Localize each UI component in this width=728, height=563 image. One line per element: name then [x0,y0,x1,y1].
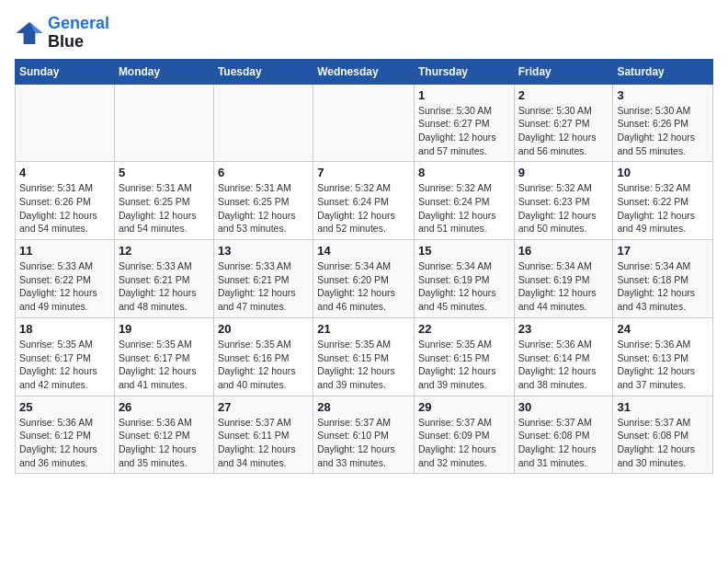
calendar-cell: 20 Sunrise: 5:35 AMSunset: 6:16 PMDaylig… [213,317,313,396]
calendar-cell: 17 Sunrise: 5:34 AMSunset: 6:18 PMDaylig… [613,240,713,318]
day-info: Sunrise: 5:33 AMSunset: 6:21 PMDaylight:… [218,259,309,314]
day-number: 28 [317,400,410,414]
day-info: Sunrise: 5:33 AMSunset: 6:21 PMDaylight:… [119,259,210,314]
calendar-cell: 5 Sunrise: 5:31 AMSunset: 6:25 PMDayligh… [114,162,213,240]
calendar-week-row: 25 Sunrise: 5:36 AMSunset: 6:12 PMDaylig… [16,396,713,474]
day-info: Sunrise: 5:37 AMSunset: 6:08 PMDaylight:… [518,416,609,470]
calendar-cell: 9 Sunrise: 5:32 AMSunset: 6:23 PMDayligh… [514,162,613,240]
calendar-week-row: 4 Sunrise: 5:31 AMSunset: 6:26 PMDayligh… [16,162,713,240]
calendar-cell: 6 Sunrise: 5:31 AMSunset: 6:25 PMDayligh… [213,162,313,240]
calendar-cell: 29 Sunrise: 5:37 AMSunset: 6:09 PMDaylig… [414,396,514,474]
day-number: 1 [418,88,510,102]
calendar-cell: 31 Sunrise: 5:37 AMSunset: 6:08 PMDaylig… [613,396,713,474]
day-number: 27 [218,400,309,414]
day-info: Sunrise: 5:34 AMSunset: 6:19 PMDaylight:… [418,259,510,314]
day-number: 25 [19,400,110,414]
day-number: 6 [218,166,309,179]
day-info: Sunrise: 5:37 AMSunset: 6:08 PMDaylight:… [617,416,709,470]
day-info: Sunrise: 5:32 AMSunset: 6:24 PMDaylight:… [418,181,510,236]
calendar-cell: 16 Sunrise: 5:34 AMSunset: 6:19 PMDaylig… [514,240,613,318]
day-number: 11 [19,244,110,258]
day-number: 12 [119,244,210,258]
day-info: Sunrise: 5:31 AMSunset: 6:25 PMDaylight:… [119,181,210,236]
day-of-week-header: Monday [114,59,213,84]
calendar-cell: 28 Sunrise: 5:37 AMSunset: 6:10 PMDaylig… [313,396,415,474]
page-header: General Blue [15,15,713,52]
day-info: Sunrise: 5:34 AMSunset: 6:20 PMDaylight:… [317,259,410,314]
calendar-week-row: 11 Sunrise: 5:33 AMSunset: 6:22 PMDaylig… [16,240,713,318]
day-of-week-header: Wednesday [313,59,415,84]
calendar-cell: 21 Sunrise: 5:35 AMSunset: 6:15 PMDaylig… [313,317,415,396]
day-number: 22 [418,322,510,336]
calendar-cell: 30 Sunrise: 5:37 AMSunset: 6:08 PMDaylig… [514,396,613,474]
day-number: 20 [218,322,309,336]
day-info: Sunrise: 5:34 AMSunset: 6:19 PMDaylight:… [518,259,609,314]
day-number: 13 [218,244,309,258]
logo: General Blue [15,15,109,52]
calendar-cell [313,84,415,162]
calendar-body: 1 Sunrise: 5:30 AMSunset: 6:27 PMDayligh… [16,84,713,474]
day-info: Sunrise: 5:34 AMSunset: 6:18 PMDaylight:… [617,259,709,314]
day-info: Sunrise: 5:36 AMSunset: 6:12 PMDaylight:… [119,416,210,470]
day-number: 16 [518,244,609,258]
calendar-cell: 12 Sunrise: 5:33 AMSunset: 6:21 PMDaylig… [114,240,213,318]
logo-text: General Blue [48,15,109,52]
day-info: Sunrise: 5:35 AMSunset: 6:17 PMDaylight:… [119,338,210,392]
day-info: Sunrise: 5:30 AMSunset: 6:27 PMDaylight:… [518,104,609,158]
day-number: 18 [19,322,110,336]
calendar-cell: 14 Sunrise: 5:34 AMSunset: 6:20 PMDaylig… [313,240,415,318]
day-number: 9 [518,166,609,179]
calendar-cell: 25 Sunrise: 5:36 AMSunset: 6:12 PMDaylig… [16,396,115,474]
calendar-cell: 3 Sunrise: 5:30 AMSunset: 6:26 PMDayligh… [613,84,713,162]
day-number: 8 [418,166,510,179]
day-info: Sunrise: 5:30 AMSunset: 6:27 PMDaylight:… [418,104,510,158]
calendar-table: SundayMondayTuesdayWednesdayThursdayFrid… [15,59,713,475]
day-number: 29 [418,400,510,414]
day-info: Sunrise: 5:32 AMSunset: 6:22 PMDaylight:… [617,181,709,236]
day-number: 19 [119,322,210,336]
calendar-cell: 1 Sunrise: 5:30 AMSunset: 6:27 PMDayligh… [414,84,514,162]
calendar-cell: 18 Sunrise: 5:35 AMSunset: 6:17 PMDaylig… [16,317,115,396]
calendar-cell: 19 Sunrise: 5:35 AMSunset: 6:17 PMDaylig… [114,317,213,396]
day-of-week-header: Saturday [613,59,713,84]
day-number: 10 [617,166,709,179]
day-info: Sunrise: 5:36 AMSunset: 6:14 PMDaylight:… [518,338,609,392]
day-info: Sunrise: 5:37 AMSunset: 6:11 PMDaylight:… [218,416,309,470]
calendar-cell [114,84,213,162]
day-info: Sunrise: 5:35 AMSunset: 6:16 PMDaylight:… [218,338,309,392]
day-number: 15 [418,244,510,258]
calendar-cell [213,84,313,162]
calendar-week-row: 1 Sunrise: 5:30 AMSunset: 6:27 PMDayligh… [16,84,713,162]
day-number: 30 [518,400,609,414]
day-number: 5 [119,166,210,179]
day-number: 21 [317,322,410,336]
day-info: Sunrise: 5:35 AMSunset: 6:15 PMDaylight:… [418,338,510,392]
calendar-cell: 2 Sunrise: 5:30 AMSunset: 6:27 PMDayligh… [514,84,613,162]
day-number: 24 [617,322,709,336]
day-info: Sunrise: 5:36 AMSunset: 6:13 PMDaylight:… [617,338,709,392]
day-info: Sunrise: 5:31 AMSunset: 6:25 PMDaylight:… [218,181,309,236]
day-info: Sunrise: 5:30 AMSunset: 6:26 PMDaylight:… [617,104,709,158]
calendar-cell: 23 Sunrise: 5:36 AMSunset: 6:14 PMDaylig… [514,317,613,396]
day-info: Sunrise: 5:37 AMSunset: 6:10 PMDaylight:… [317,416,410,470]
day-number: 17 [617,244,709,258]
day-number: 3 [617,88,709,102]
day-number: 14 [317,244,410,258]
calendar-cell: 27 Sunrise: 5:37 AMSunset: 6:11 PMDaylig… [213,396,313,474]
logo-icon [15,18,44,48]
day-info: Sunrise: 5:37 AMSunset: 6:09 PMDaylight:… [418,416,510,470]
day-of-week-header: Sunday [16,59,115,84]
day-info: Sunrise: 5:32 AMSunset: 6:23 PMDaylight:… [518,181,609,236]
calendar-cell: 22 Sunrise: 5:35 AMSunset: 6:15 PMDaylig… [414,317,514,396]
day-info: Sunrise: 5:35 AMSunset: 6:15 PMDaylight:… [317,338,410,392]
day-number: 23 [518,322,609,336]
day-number: 26 [119,400,210,414]
day-info: Sunrise: 5:33 AMSunset: 6:22 PMDaylight:… [19,259,110,314]
calendar-cell: 7 Sunrise: 5:32 AMSunset: 6:24 PMDayligh… [313,162,415,240]
calendar-cell: 8 Sunrise: 5:32 AMSunset: 6:24 PMDayligh… [414,162,514,240]
day-number: 31 [617,400,709,414]
calendar-cell: 26 Sunrise: 5:36 AMSunset: 6:12 PMDaylig… [114,396,213,474]
calendar-cell: 11 Sunrise: 5:33 AMSunset: 6:22 PMDaylig… [16,240,115,318]
calendar-cell: 10 Sunrise: 5:32 AMSunset: 6:22 PMDaylig… [613,162,713,240]
calendar-cell: 15 Sunrise: 5:34 AMSunset: 6:19 PMDaylig… [414,240,514,318]
